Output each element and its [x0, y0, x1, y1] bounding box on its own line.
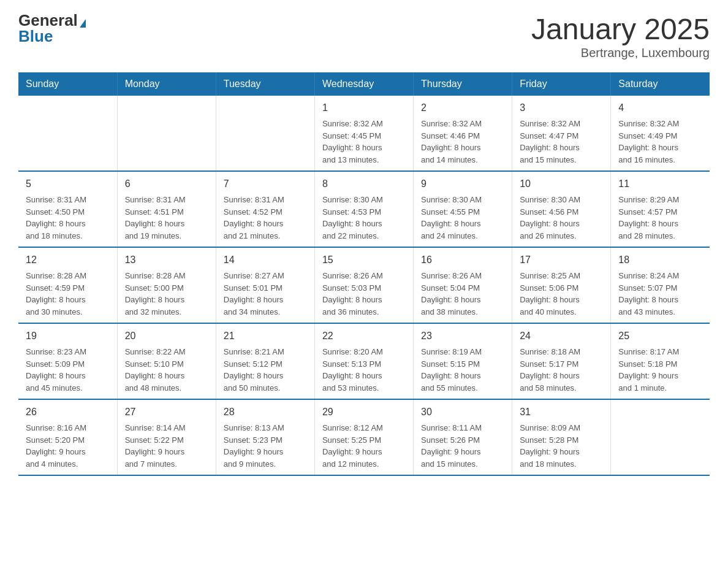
calendar-day-header: Friday — [512, 72, 611, 96]
day-number: 25 — [618, 329, 702, 343]
day-info: Sunrise: 8:26 AM Sunset: 5:03 PM Dayligh… — [322, 270, 406, 318]
calendar-cell: 21Sunrise: 8:21 AM Sunset: 5:12 PM Dayli… — [216, 323, 314, 399]
day-number: 3 — [520, 101, 603, 115]
day-number: 9 — [421, 177, 504, 191]
day-info: Sunrise: 8:31 AM Sunset: 4:50 PM Dayligh… — [26, 194, 110, 242]
calendar-cell: 11Sunrise: 8:29 AM Sunset: 4:57 PM Dayli… — [611, 171, 710, 247]
day-info: Sunrise: 8:32 AM Sunset: 4:46 PM Dayligh… — [421, 118, 504, 166]
calendar-subtitle: Bertrange, Luxembourg — [531, 46, 710, 60]
day-info: Sunrise: 8:21 AM Sunset: 5:12 PM Dayligh… — [224, 346, 307, 394]
day-number: 10 — [520, 177, 603, 191]
day-info: Sunrise: 8:20 AM Sunset: 5:13 PM Dayligh… — [322, 346, 406, 394]
calendar-week-row: 1Sunrise: 8:32 AM Sunset: 4:45 PM Daylig… — [18, 96, 710, 171]
calendar-cell: 28Sunrise: 8:13 AM Sunset: 5:23 PM Dayli… — [216, 399, 314, 475]
title-section: January 2025 Bertrange, Luxembourg — [531, 12, 710, 60]
calendar-cell: 31Sunrise: 8:09 AM Sunset: 5:28 PM Dayli… — [512, 399, 611, 475]
day-number: 1 — [322, 101, 406, 115]
calendar-title: January 2025 — [531, 12, 710, 46]
calendar-cell — [216, 96, 314, 171]
calendar-day-header: Saturday — [611, 72, 710, 96]
calendar-cell: 14Sunrise: 8:27 AM Sunset: 5:01 PM Dayli… — [216, 247, 314, 323]
day-info: Sunrise: 8:32 AM Sunset: 4:47 PM Dayligh… — [520, 118, 603, 166]
calendar-cell: 3Sunrise: 8:32 AM Sunset: 4:47 PM Daylig… — [512, 96, 611, 171]
calendar-week-row: 19Sunrise: 8:23 AM Sunset: 5:09 PM Dayli… — [18, 323, 710, 399]
calendar-day-header: Wednesday — [314, 72, 413, 96]
day-number: 7 — [224, 177, 307, 191]
calendar-cell: 27Sunrise: 8:14 AM Sunset: 5:22 PM Dayli… — [117, 399, 216, 475]
day-number: 13 — [125, 253, 208, 267]
day-number: 15 — [322, 253, 406, 267]
day-info: Sunrise: 8:12 AM Sunset: 5:25 PM Dayligh… — [322, 422, 406, 470]
day-info: Sunrise: 8:19 AM Sunset: 5:15 PM Dayligh… — [421, 346, 504, 394]
calendar-cell: 23Sunrise: 8:19 AM Sunset: 5:15 PM Dayli… — [414, 323, 512, 399]
day-info: Sunrise: 8:23 AM Sunset: 5:09 PM Dayligh… — [26, 346, 110, 394]
calendar-cell: 5Sunrise: 8:31 AM Sunset: 4:50 PM Daylig… — [18, 171, 117, 247]
day-number: 24 — [520, 329, 603, 343]
day-number: 23 — [421, 329, 504, 343]
calendar-cell: 12Sunrise: 8:28 AM Sunset: 4:59 PM Dayli… — [18, 247, 117, 323]
calendar-cell: 29Sunrise: 8:12 AM Sunset: 5:25 PM Dayli… — [314, 399, 413, 475]
day-info: Sunrise: 8:28 AM Sunset: 4:59 PM Dayligh… — [26, 270, 110, 318]
calendar-cell: 13Sunrise: 8:28 AM Sunset: 5:00 PM Dayli… — [117, 247, 216, 323]
day-info: Sunrise: 8:17 AM Sunset: 5:18 PM Dayligh… — [618, 346, 702, 394]
calendar-day-header: Thursday — [414, 72, 512, 96]
day-info: Sunrise: 8:30 AM Sunset: 4:55 PM Dayligh… — [421, 194, 504, 242]
calendar-cell — [117, 96, 216, 171]
calendar-cell: 1Sunrise: 8:32 AM Sunset: 4:45 PM Daylig… — [314, 96, 413, 171]
day-info: Sunrise: 8:13 AM Sunset: 5:23 PM Dayligh… — [224, 422, 307, 470]
day-info: Sunrise: 8:25 AM Sunset: 5:06 PM Dayligh… — [520, 270, 603, 318]
day-number: 19 — [26, 329, 110, 343]
calendar-cell: 9Sunrise: 8:30 AM Sunset: 4:55 PM Daylig… — [414, 171, 512, 247]
day-number: 4 — [618, 101, 702, 115]
day-info: Sunrise: 8:27 AM Sunset: 5:01 PM Dayligh… — [224, 270, 307, 318]
logo: General Blue — [18, 12, 86, 44]
calendar-day-header: Tuesday — [216, 72, 314, 96]
day-info: Sunrise: 8:30 AM Sunset: 4:53 PM Dayligh… — [322, 194, 406, 242]
day-number: 2 — [421, 101, 504, 115]
calendar-header: SundayMondayTuesdayWednesdayThursdayFrid… — [18, 72, 710, 96]
calendar-cell — [611, 399, 710, 475]
calendar-day-header: Monday — [117, 72, 216, 96]
page-header: General Blue January 2025 Bertrange, Lux… — [18, 12, 710, 60]
day-info: Sunrise: 8:30 AM Sunset: 4:56 PM Dayligh… — [520, 194, 603, 242]
calendar-week-row: 5Sunrise: 8:31 AM Sunset: 4:50 PM Daylig… — [18, 171, 710, 247]
day-number: 12 — [26, 253, 110, 267]
day-info: Sunrise: 8:32 AM Sunset: 4:45 PM Dayligh… — [322, 118, 406, 166]
day-number: 11 — [618, 177, 702, 191]
day-number: 22 — [322, 329, 406, 343]
calendar-header-row: SundayMondayTuesdayWednesdayThursdayFrid… — [18, 72, 710, 96]
calendar-cell: 22Sunrise: 8:20 AM Sunset: 5:13 PM Dayli… — [314, 323, 413, 399]
calendar-cell: 8Sunrise: 8:30 AM Sunset: 4:53 PM Daylig… — [314, 171, 413, 247]
calendar-cell: 2Sunrise: 8:32 AM Sunset: 4:46 PM Daylig… — [414, 96, 512, 171]
day-number: 21 — [224, 329, 307, 343]
day-info: Sunrise: 8:29 AM Sunset: 4:57 PM Dayligh… — [618, 194, 702, 242]
calendar-week-row: 12Sunrise: 8:28 AM Sunset: 4:59 PM Dayli… — [18, 247, 710, 323]
day-number: 28 — [224, 405, 307, 419]
day-number: 26 — [26, 405, 110, 419]
day-info: Sunrise: 8:14 AM Sunset: 5:22 PM Dayligh… — [125, 422, 208, 470]
day-number: 31 — [520, 405, 603, 419]
day-info: Sunrise: 8:32 AM Sunset: 4:49 PM Dayligh… — [618, 118, 702, 166]
day-info: Sunrise: 8:24 AM Sunset: 5:07 PM Dayligh… — [618, 270, 702, 318]
calendar-cell: 20Sunrise: 8:22 AM Sunset: 5:10 PM Dayli… — [117, 323, 216, 399]
calendar-cell: 18Sunrise: 8:24 AM Sunset: 5:07 PM Dayli… — [611, 247, 710, 323]
calendar-cell: 25Sunrise: 8:17 AM Sunset: 5:18 PM Dayli… — [611, 323, 710, 399]
calendar-cell: 19Sunrise: 8:23 AM Sunset: 5:09 PM Dayli… — [18, 323, 117, 399]
day-number: 6 — [125, 177, 208, 191]
calendar-body: 1Sunrise: 8:32 AM Sunset: 4:45 PM Daylig… — [18, 96, 710, 475]
day-info: Sunrise: 8:31 AM Sunset: 4:52 PM Dayligh… — [224, 194, 307, 242]
calendar-table: SundayMondayTuesdayWednesdayThursdayFrid… — [18, 72, 710, 476]
day-number: 20 — [125, 329, 208, 343]
day-number: 27 — [125, 405, 208, 419]
calendar-cell: 30Sunrise: 8:11 AM Sunset: 5:26 PM Dayli… — [414, 399, 512, 475]
logo-general-line: General — [18, 12, 86, 28]
calendar-cell: 10Sunrise: 8:30 AM Sunset: 4:56 PM Dayli… — [512, 171, 611, 247]
calendar-cell: 24Sunrise: 8:18 AM Sunset: 5:17 PM Dayli… — [512, 323, 611, 399]
day-number: 18 — [618, 253, 702, 267]
calendar-cell — [18, 96, 117, 171]
day-info: Sunrise: 8:26 AM Sunset: 5:04 PM Dayligh… — [421, 270, 504, 318]
calendar-cell: 17Sunrise: 8:25 AM Sunset: 5:06 PM Dayli… — [512, 247, 611, 323]
day-info: Sunrise: 8:18 AM Sunset: 5:17 PM Dayligh… — [520, 346, 603, 394]
day-info: Sunrise: 8:28 AM Sunset: 5:00 PM Dayligh… — [125, 270, 208, 318]
calendar-cell: 16Sunrise: 8:26 AM Sunset: 5:04 PM Dayli… — [414, 247, 512, 323]
